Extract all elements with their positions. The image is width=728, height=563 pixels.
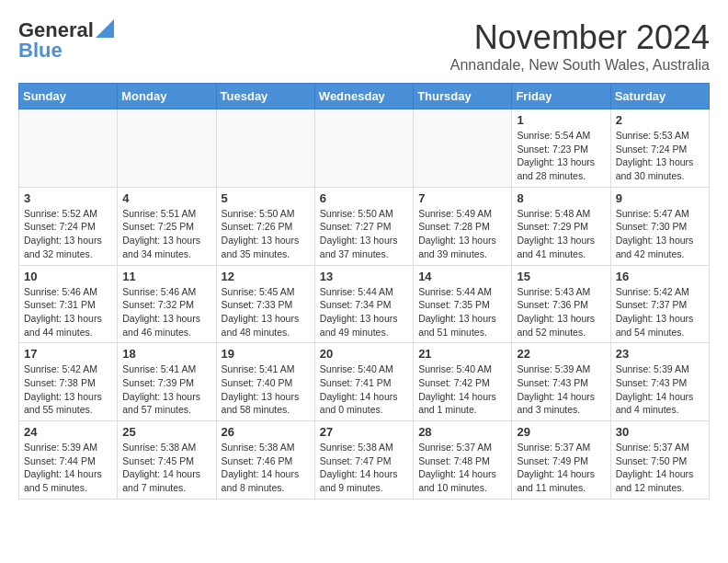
day-number: 15 (517, 270, 605, 283)
day-number: 19 (222, 347, 310, 361)
calendar-cell: 15Sunrise: 5:43 AMSunset: 7:36 PMDayligh… (512, 265, 610, 343)
day-number: 14 (418, 270, 506, 283)
weekday-header-thursday: Thursday (414, 84, 512, 109)
day-number: 6 (320, 191, 408, 205)
weekday-header-monday: Monday (118, 84, 216, 109)
day-number: 2 (616, 113, 704, 127)
calendar-cell: 19Sunrise: 5:41 AMSunset: 7:40 PMDayligh… (216, 343, 314, 421)
day-number: 10 (24, 270, 112, 283)
day-number: 21 (418, 347, 506, 361)
page-header: General Blue November 2024 Annandale, Ne… (18, 18, 710, 74)
day-info: Sunrise: 5:42 AMSunset: 7:37 PMDaylight:… (616, 285, 704, 339)
day-info: Sunrise: 5:49 AMSunset: 7:28 PMDaylight:… (418, 207, 506, 261)
day-info: Sunrise: 5:50 AMSunset: 7:26 PMDaylight:… (222, 207, 310, 261)
day-info: Sunrise: 5:39 AMSunset: 7:43 PMDaylight:… (616, 362, 704, 417)
calendar-cell: 18Sunrise: 5:41 AMSunset: 7:39 PMDayligh… (118, 343, 216, 421)
day-number: 16 (616, 270, 704, 283)
day-info: Sunrise: 5:41 AMSunset: 7:39 PMDaylight:… (122, 362, 210, 417)
calendar-cell: 6Sunrise: 5:50 AMSunset: 7:27 PMDaylight… (314, 187, 413, 265)
day-info: Sunrise: 5:38 AMSunset: 7:46 PMDaylight:… (222, 441, 310, 495)
logo-blue: Blue (18, 39, 63, 63)
week-row-1: 1Sunrise: 5:54 AMSunset: 7:23 PMDaylight… (19, 109, 710, 188)
day-number: 9 (616, 191, 704, 205)
day-info: Sunrise: 5:46 AMSunset: 7:32 PMDaylight:… (122, 285, 210, 339)
calendar-cell (216, 109, 314, 188)
weekday-header-row: SundayMondayTuesdayWednesdayThursdayFrid… (19, 84, 710, 109)
day-number: 22 (517, 347, 605, 361)
day-info: Sunrise: 5:48 AMSunset: 7:29 PMDaylight:… (517, 207, 605, 261)
logo-arrow-icon (96, 19, 114, 38)
day-number: 26 (222, 425, 310, 439)
day-info: Sunrise: 5:47 AMSunset: 7:30 PMDaylight:… (616, 207, 704, 261)
week-row-3: 10Sunrise: 5:46 AMSunset: 7:31 PMDayligh… (19, 265, 710, 343)
day-info: Sunrise: 5:37 AMSunset: 7:48 PMDaylight:… (418, 441, 506, 495)
day-number: 20 (320, 347, 408, 361)
day-number: 4 (122, 191, 210, 205)
calendar-cell (414, 109, 512, 188)
calendar-cell: 25Sunrise: 5:38 AMSunset: 7:45 PMDayligh… (118, 421, 216, 500)
calendar-cell: 16Sunrise: 5:42 AMSunset: 7:37 PMDayligh… (610, 265, 709, 343)
weekday-header-wednesday: Wednesday (314, 84, 413, 109)
day-info: Sunrise: 5:44 AMSunset: 7:34 PMDaylight:… (320, 285, 408, 339)
calendar-cell: 23Sunrise: 5:39 AMSunset: 7:43 PMDayligh… (610, 343, 709, 421)
calendar-cell: 10Sunrise: 5:46 AMSunset: 7:31 PMDayligh… (19, 265, 118, 343)
calendar-cell: 17Sunrise: 5:42 AMSunset: 7:38 PMDayligh… (19, 343, 118, 421)
week-row-2: 3Sunrise: 5:52 AMSunset: 7:24 PMDaylight… (19, 187, 710, 265)
day-info: Sunrise: 5:45 AMSunset: 7:33 PMDaylight:… (222, 285, 310, 339)
day-info: Sunrise: 5:42 AMSunset: 7:38 PMDaylight:… (24, 362, 112, 417)
day-number: 3 (24, 191, 112, 205)
day-number: 18 (122, 347, 210, 361)
day-info: Sunrise: 5:43 AMSunset: 7:36 PMDaylight:… (517, 285, 605, 339)
week-row-5: 24Sunrise: 5:39 AMSunset: 7:44 PMDayligh… (19, 421, 710, 500)
day-number: 29 (517, 425, 605, 439)
day-info: Sunrise: 5:38 AMSunset: 7:45 PMDaylight:… (122, 441, 210, 495)
day-info: Sunrise: 5:41 AMSunset: 7:40 PMDaylight:… (222, 362, 310, 417)
calendar-cell (118, 109, 216, 188)
calendar-cell: 13Sunrise: 5:44 AMSunset: 7:34 PMDayligh… (314, 265, 413, 343)
calendar-cell: 26Sunrise: 5:38 AMSunset: 7:46 PMDayligh… (216, 421, 314, 500)
day-number: 17 (24, 347, 112, 361)
logo: General Blue (18, 18, 114, 63)
day-number: 25 (122, 425, 210, 439)
day-info: Sunrise: 5:46 AMSunset: 7:31 PMDaylight:… (24, 285, 112, 339)
day-info: Sunrise: 5:37 AMSunset: 7:49 PMDaylight:… (517, 441, 605, 495)
week-row-4: 17Sunrise: 5:42 AMSunset: 7:38 PMDayligh… (19, 343, 710, 421)
month-title: November 2024 (450, 18, 710, 57)
day-number: 1 (517, 113, 605, 127)
day-number: 12 (222, 270, 310, 283)
calendar-cell: 8Sunrise: 5:48 AMSunset: 7:29 PMDaylight… (512, 187, 610, 265)
calendar-cell: 4Sunrise: 5:51 AMSunset: 7:25 PMDaylight… (118, 187, 216, 265)
calendar-cell: 9Sunrise: 5:47 AMSunset: 7:30 PMDaylight… (610, 187, 709, 265)
weekday-header-friday: Friday (512, 84, 610, 109)
day-number: 7 (418, 191, 506, 205)
calendar-cell: 2Sunrise: 5:53 AMSunset: 7:24 PMDaylight… (610, 109, 709, 188)
day-number: 23 (616, 347, 704, 361)
weekday-header-tuesday: Tuesday (216, 84, 314, 109)
svg-marker-0 (96, 19, 114, 38)
calendar-cell: 3Sunrise: 5:52 AMSunset: 7:24 PMDaylight… (19, 187, 118, 265)
day-info: Sunrise: 5:52 AMSunset: 7:24 PMDaylight:… (24, 207, 112, 261)
weekday-header-saturday: Saturday (610, 84, 709, 109)
calendar-cell: 20Sunrise: 5:40 AMSunset: 7:41 PMDayligh… (314, 343, 413, 421)
calendar-cell: 5Sunrise: 5:50 AMSunset: 7:26 PMDaylight… (216, 187, 314, 265)
day-info: Sunrise: 5:53 AMSunset: 7:24 PMDaylight:… (616, 129, 704, 183)
day-info: Sunrise: 5:38 AMSunset: 7:47 PMDaylight:… (320, 441, 408, 495)
calendar-cell (314, 109, 413, 188)
calendar-cell: 29Sunrise: 5:37 AMSunset: 7:49 PMDayligh… (512, 421, 610, 500)
calendar-cell: 12Sunrise: 5:45 AMSunset: 7:33 PMDayligh… (216, 265, 314, 343)
calendar-table: SundayMondayTuesdayWednesdayThursdayFrid… (18, 83, 710, 500)
day-info: Sunrise: 5:37 AMSunset: 7:50 PMDaylight:… (616, 441, 704, 495)
day-number: 8 (517, 191, 605, 205)
day-info: Sunrise: 5:50 AMSunset: 7:27 PMDaylight:… (320, 207, 408, 261)
weekday-header-sunday: Sunday (19, 84, 118, 109)
calendar-cell: 11Sunrise: 5:46 AMSunset: 7:32 PMDayligh… (118, 265, 216, 343)
calendar-cell: 30Sunrise: 5:37 AMSunset: 7:50 PMDayligh… (610, 421, 709, 500)
day-info: Sunrise: 5:54 AMSunset: 7:23 PMDaylight:… (517, 129, 605, 183)
day-info: Sunrise: 5:40 AMSunset: 7:42 PMDaylight:… (418, 362, 506, 417)
calendar-cell: 21Sunrise: 5:40 AMSunset: 7:42 PMDayligh… (414, 343, 512, 421)
day-number: 30 (616, 425, 704, 439)
calendar-cell: 7Sunrise: 5:49 AMSunset: 7:28 PMDaylight… (414, 187, 512, 265)
location-title: Annandale, New South Wales, Australia (450, 57, 710, 74)
calendar-cell: 27Sunrise: 5:38 AMSunset: 7:47 PMDayligh… (314, 421, 413, 500)
day-info: Sunrise: 5:51 AMSunset: 7:25 PMDaylight:… (122, 207, 210, 261)
